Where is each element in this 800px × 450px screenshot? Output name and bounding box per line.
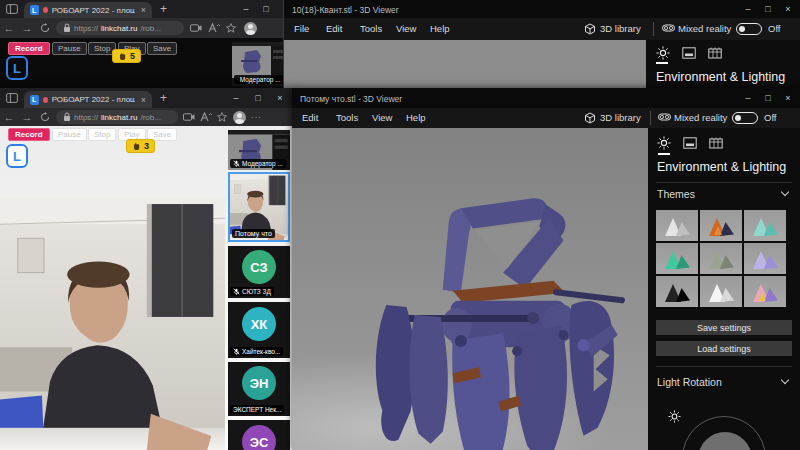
- main-video[interactable]: [0, 198, 225, 450]
- menu-tools[interactable]: Tools: [336, 112, 358, 123]
- participant-tile-moderator[interactable]: Модератор ...: [232, 42, 283, 86]
- maximize-button[interactable]: □: [760, 4, 776, 14]
- pause-button[interactable]: Pause: [52, 128, 87, 141]
- menu-help[interactable]: Help: [430, 23, 450, 34]
- favorites-icon[interactable]: [217, 112, 227, 122]
- light-rotation-collapse-chevron[interactable]: [781, 376, 789, 384]
- title-bar[interactable]: 10(18)-Квант.stl - 3D Viewer – □ ×: [284, 0, 800, 18]
- participant-tile[interactable]: ЭН ЭКСПЕРТ Нек...: [228, 362, 290, 416]
- viewport[interactable]: [292, 128, 648, 450]
- title-bar[interactable]: Потому что.stl - 3D Viewer – □ ×: [292, 88, 800, 108]
- pause-button[interactable]: Pause: [52, 42, 87, 55]
- theme-thumbnail[interactable]: [700, 276, 742, 307]
- mixed-reality-toggle[interactable]: [736, 23, 762, 35]
- profile-avatar[interactable]: [244, 22, 257, 35]
- refresh-button[interactable]: [36, 112, 54, 122]
- participant-tile[interactable]: СЗ СЮТЗ ЗД: [228, 246, 290, 298]
- theme-thumbnail[interactable]: [700, 243, 742, 274]
- menu-file[interactable]: File: [294, 23, 309, 34]
- close-button[interactable]: ×: [780, 93, 796, 103]
- stage-tab-icon[interactable]: [708, 47, 722, 59]
- theme-thumbnail[interactable]: [656, 243, 698, 274]
- reaction-badge[interactable]: 5: [112, 49, 141, 63]
- 3d-model-robot[interactable]: [356, 164, 630, 450]
- lighting-tab-icon[interactable]: [657, 136, 671, 150]
- 3d-library-icon[interactable]: [584, 112, 596, 124]
- light-source-sun-icon[interactable]: [668, 410, 681, 423]
- menu-edit[interactable]: Edit: [302, 112, 318, 123]
- save-settings-button[interactable]: Save settings: [656, 320, 792, 335]
- new-tab-button[interactable]: +: [160, 91, 167, 105]
- close-button[interactable]: ×: [780, 4, 796, 14]
- read-aloud-icon[interactable]: [200, 112, 212, 122]
- theme-thumbnail[interactable]: [744, 276, 786, 307]
- participant-tile[interactable]: ХК Хайтек-кво...: [228, 302, 290, 358]
- mixed-reality-toggle[interactable]: [732, 112, 758, 124]
- themes-collapse-chevron[interactable]: [781, 188, 789, 196]
- favorites-icon[interactable]: [226, 23, 236, 33]
- theme-thumbnail[interactable]: [656, 210, 698, 241]
- minimize-button[interactable]: –: [740, 4, 756, 14]
- theme-thumbnail[interactable]: [656, 276, 698, 307]
- site-favicon: L: [30, 95, 39, 105]
- maximize-button[interactable]: □: [250, 93, 266, 103]
- profile-avatar[interactable]: [233, 111, 246, 124]
- forward-button[interactable]: →: [18, 111, 36, 123]
- participant-tile-moderator[interactable]: Модератор ...: [228, 130, 290, 170]
- participant-label: Хайтек-кво...: [230, 347, 283, 356]
- theme-thumbnail[interactable]: [700, 210, 742, 241]
- environment-tab-icon[interactable]: [682, 47, 696, 59]
- 3d-library-button[interactable]: 3D library: [600, 23, 641, 34]
- 3d-library-button[interactable]: 3D library: [600, 112, 641, 123]
- theme-thumbnail[interactable]: [744, 243, 786, 274]
- participant-tile-active[interactable]: Потому что: [228, 172, 290, 242]
- maximize-button[interactable]: □: [258, 4, 274, 14]
- stop-button[interactable]: Stop: [88, 128, 116, 141]
- workspaces-icon[interactable]: [6, 4, 18, 14]
- mic-muted-icon: [233, 288, 240, 295]
- media-camera-icon[interactable]: [190, 24, 202, 32]
- back-button[interactable]: ←: [0, 22, 18, 34]
- browser-menu-button[interactable]: ···: [251, 113, 262, 122]
- refresh-button[interactable]: [36, 23, 54, 33]
- browser-tab[interactable]: L РОБОАРТ 2022 - площадк ×: [24, 91, 152, 108]
- load-settings-button[interactable]: Load settings: [656, 341, 792, 356]
- menu-view[interactable]: View: [372, 112, 392, 123]
- reaction-badge[interactable]: 3: [126, 139, 155, 153]
- menu-edit[interactable]: Edit: [326, 23, 342, 34]
- maximize-button[interactable]: □: [760, 93, 776, 103]
- minimize-button[interactable]: –: [238, 4, 254, 14]
- side-panel: Environment & Lighting Themes: [648, 128, 800, 450]
- new-tab-button[interactable]: +: [160, 2, 167, 16]
- menu-help[interactable]: Help: [406, 112, 426, 123]
- minimize-button[interactable]: –: [740, 93, 756, 103]
- address-bar[interactable]: https://linkchat.ru/rob...: [56, 21, 184, 35]
- save-button[interactable]: Save: [147, 42, 177, 55]
- menu-view[interactable]: View: [396, 23, 416, 34]
- tab-close-button[interactable]: ×: [141, 5, 146, 15]
- record-button[interactable]: Record: [8, 42, 50, 55]
- 3d-library-icon[interactable]: [584, 23, 596, 35]
- viewer-window-1: 10(18)-Квант.stl - 3D Viewer – □ × File …: [283, 0, 800, 96]
- workspaces-icon[interactable]: [6, 93, 18, 103]
- menu-tools[interactable]: Tools: [360, 23, 382, 34]
- participant-tile[interactable]: ЭС: [228, 420, 290, 450]
- close-button[interactable]: ×: [272, 93, 288, 103]
- browser-tab[interactable]: L РОБОАРТ 2022 - площадк ×: [24, 2, 152, 18]
- light-rotation-dial[interactable]: [682, 416, 766, 450]
- forward-button[interactable]: →: [18, 22, 36, 34]
- lighting-tab-icon[interactable]: [656, 46, 670, 60]
- media-camera-icon[interactable]: [183, 113, 195, 121]
- minimize-button[interactable]: –: [228, 93, 244, 103]
- tab-close-button[interactable]: ×: [141, 95, 146, 105]
- environment-tab-icon[interactable]: [683, 137, 697, 149]
- mixed-reality-icon: [662, 24, 675, 33]
- window-title: Потому что.stl - 3D Viewer: [300, 94, 402, 104]
- back-button[interactable]: ←: [0, 111, 18, 123]
- record-button[interactable]: Record: [8, 128, 50, 141]
- stage-tab-icon[interactable]: [709, 137, 723, 149]
- address-bar[interactable]: https://linkchat.ru/rob...: [56, 110, 178, 124]
- read-aloud-icon[interactable]: [208, 23, 220, 33]
- theme-thumbnail[interactable]: [744, 210, 786, 241]
- dial-knob[interactable]: [698, 432, 752, 450]
